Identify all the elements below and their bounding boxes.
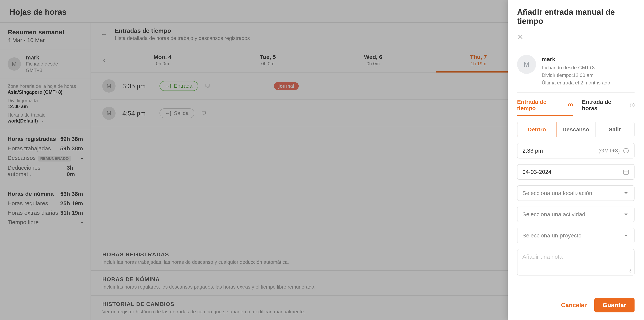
caret-down-icon bbox=[623, 232, 629, 239]
project-select[interactable]: Selecciona un proyecto bbox=[517, 228, 634, 243]
info-icon: i bbox=[568, 103, 573, 107]
tab-hours-entry[interactable]: Entrada de horas i bbox=[582, 95, 634, 116]
segment-out[interactable]: Salir bbox=[595, 122, 634, 137]
calendar-icon bbox=[623, 169, 629, 175]
tab-time-entry-label: Entrada de tiempo bbox=[517, 99, 566, 112]
location-select[interactable]: Selecciona una localización bbox=[517, 185, 634, 201]
tab-hours-entry-label: Entrada de horas bbox=[582, 99, 628, 112]
location-placeholder: Selecciona una localización bbox=[522, 190, 592, 196]
note-textarea[interactable]: Añadir una nota ⸎ bbox=[517, 249, 634, 276]
cancel-button[interactable]: Cancelar bbox=[561, 298, 586, 312]
avatar: M bbox=[517, 55, 536, 74]
add-time-entry-drawer: Añadir entrada manual de tiempo ✕ M mark… bbox=[508, 0, 644, 320]
caret-down-icon bbox=[623, 190, 629, 196]
svg-rect-1 bbox=[624, 170, 628, 174]
time-field[interactable]: 2:33 pm (GMT+8) bbox=[517, 143, 634, 158]
clock-icon bbox=[623, 148, 629, 154]
time-value: 2:33 pm bbox=[522, 148, 543, 154]
drawer-profile-name: mark bbox=[542, 55, 610, 64]
drawer-title: Añadir entrada manual de tiempo bbox=[517, 8, 634, 26]
note-placeholder: Añadir una nota bbox=[522, 254, 629, 260]
info-icon: i bbox=[630, 103, 634, 107]
date-value: 04-03-2024 bbox=[522, 169, 552, 175]
drawer-profile-split: Dividir tiempo:12:00 am bbox=[542, 72, 610, 79]
save-button[interactable]: Guardar bbox=[594, 298, 634, 312]
activity-select[interactable]: Selecciona una actividad bbox=[517, 206, 634, 222]
tab-time-entry[interactable]: Entrada de tiempo i bbox=[517, 95, 573, 116]
drawer-profile-last: Última entrada el 2 months ago bbox=[542, 79, 610, 86]
resize-handle-icon[interactable]: ⸎ bbox=[628, 268, 633, 274]
time-tz: (GMT+8) bbox=[598, 148, 620, 154]
entry-type-segment: Dentro Descanso Salir bbox=[517, 122, 634, 137]
date-field[interactable]: 04-03-2024 bbox=[517, 164, 634, 180]
segment-in[interactable]: Dentro bbox=[517, 122, 556, 137]
segment-break[interactable]: Descanso bbox=[556, 122, 595, 137]
drawer-profile-tz: Fichando desde GMT+8 bbox=[542, 64, 610, 72]
close-icon[interactable]: ✕ bbox=[517, 32, 634, 41]
caret-down-icon bbox=[623, 211, 629, 218]
activity-placeholder: Selecciona una actividad bbox=[522, 211, 585, 218]
project-placeholder: Selecciona un proyecto bbox=[522, 232, 582, 239]
